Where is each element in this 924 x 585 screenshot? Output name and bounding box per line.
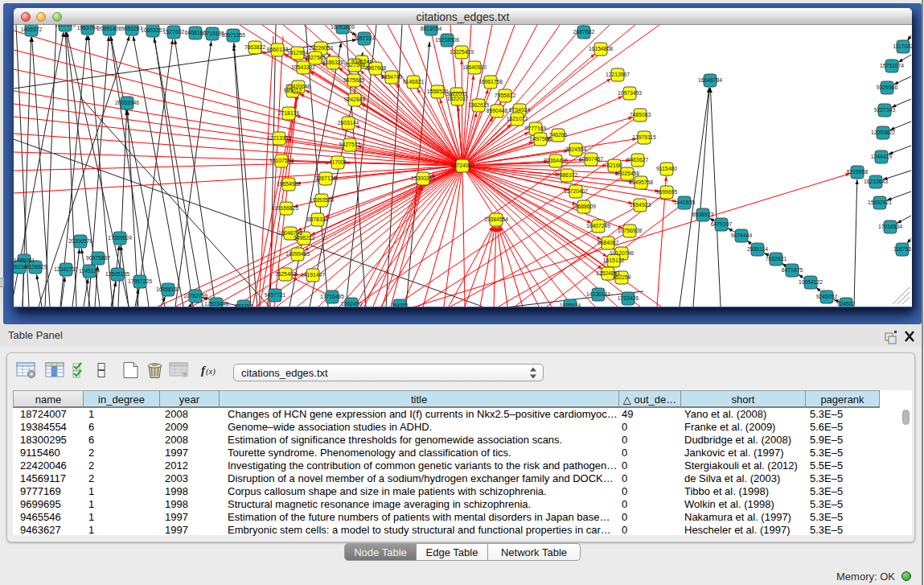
- svg-text:1322037: 1322037: [447, 96, 469, 101]
- svg-text:7986372: 7986372: [556, 172, 578, 178]
- svg-text:10688609: 10688609: [572, 204, 596, 209]
- svg-text:8990448: 8990448: [487, 108, 508, 113]
- svg-text:14191447: 14191447: [301, 272, 325, 278]
- svg-text:8813054: 8813054: [421, 26, 442, 31]
- svg-text:12923448: 12923448: [204, 301, 228, 307]
- svg-text:10671355: 10671355: [221, 32, 245, 38]
- svg-text:19166825: 19166825: [274, 205, 298, 211]
- svg-text:924502: 924502: [837, 301, 856, 307]
- svg-text:12505135: 12505135: [105, 271, 129, 277]
- svg-text:13716485: 13716485: [320, 294, 344, 299]
- svg-text:16961758: 16961758: [478, 79, 503, 84]
- svg-text:3824554: 3824554: [565, 146, 587, 152]
- svg-text:746266: 746266: [549, 132, 568, 138]
- svg-text:12213967: 12213967: [606, 72, 630, 77]
- svg-text:10654122: 10654122: [799, 279, 823, 285]
- svg-text:8215958: 8215958: [847, 169, 869, 175]
- svg-text:1145194: 1145194: [79, 268, 100, 274]
- svg-text:17359924: 17359924: [108, 235, 132, 241]
- svg-text:6734024: 6734024: [509, 107, 531, 113]
- svg-text:16648784: 16648784: [698, 77, 722, 83]
- svg-text:8471675: 8471675: [782, 267, 803, 273]
- svg-text:10653267: 10653267: [141, 27, 165, 33]
- svg-text:20206576: 20206576: [68, 238, 92, 244]
- svg-text:9146821: 9146821: [403, 79, 425, 84]
- svg-text:15692921: 15692921: [868, 200, 892, 205]
- svg-text:62160: 62160: [607, 163, 622, 168]
- svg-text:6497508: 6497508: [530, 136, 552, 142]
- svg-text:1527602: 1527602: [163, 29, 185, 35]
- svg-text:2687682: 2687682: [573, 29, 595, 35]
- svg-text:1117042: 1117042: [893, 43, 912, 49]
- svg-text:16210643: 16210643: [864, 179, 888, 184]
- svg-text:2718176: 2718176: [278, 110, 300, 116]
- svg-text:2967608: 2967608: [365, 65, 387, 71]
- svg-text:452254: 452254: [613, 274, 631, 280]
- svg-text:1092450: 1092450: [341, 301, 363, 307]
- svg-text:10756928: 10756928: [618, 228, 642, 233]
- svg-text:90975887: 90975887: [86, 255, 110, 261]
- svg-text:7663822: 7663822: [244, 44, 266, 50]
- svg-text:22420046: 22420046: [286, 84, 310, 89]
- svg-text:1963704: 1963704: [77, 25, 99, 31]
- svg-text:1654923: 1654923: [630, 202, 651, 208]
- svg-text:13325419: 13325419: [450, 49, 474, 55]
- svg-text:1558520: 1558520: [427, 89, 449, 94]
- svg-text:1362615: 1362615: [468, 102, 490, 108]
- svg-text:16107553: 16107553: [269, 158, 294, 163]
- svg-text:10120746: 10120746: [610, 250, 634, 256]
- svg-text:10782759: 10782759: [183, 293, 207, 299]
- svg-text:7632621: 7632621: [766, 256, 787, 262]
- svg-text:13975115: 13975115: [632, 134, 656, 140]
- svg-text:8660123: 8660123: [267, 47, 289, 52]
- svg-text:3875685: 3875685: [343, 77, 365, 83]
- svg-text:116753: 116753: [893, 246, 911, 252]
- svg-text:9245052: 9245052: [816, 294, 838, 299]
- svg-text:16154808: 16154808: [589, 46, 613, 51]
- svg-text:417006: 417006: [329, 159, 347, 165]
- svg-text:8454749: 8454749: [381, 74, 403, 80]
- svg-text:1733426: 1733426: [618, 295, 639, 301]
- svg-text:1440935: 1440935: [674, 200, 696, 205]
- svg-text:18724007: 18724007: [450, 163, 474, 168]
- svg-text:9653267: 9653267: [121, 26, 143, 31]
- svg-text:9474444: 9474444: [731, 233, 753, 238]
- svg-text:764201: 764201: [391, 303, 409, 307]
- svg-text:9684067: 9684067: [598, 240, 619, 245]
- svg-text:14136141: 14136141: [586, 291, 610, 297]
- svg-text:12342737: 12342737: [54, 266, 78, 272]
- svg-text:16958187: 16958187: [156, 286, 180, 292]
- svg-text:9115460: 9115460: [656, 166, 677, 171]
- svg-text:8186328: 8186328: [322, 60, 344, 65]
- svg-text:9463627: 9463627: [627, 157, 649, 163]
- svg-text:19353584: 19353584: [310, 197, 334, 203]
- svg-text:15300295: 15300295: [411, 175, 435, 181]
- svg-text:10973493: 10973493: [618, 90, 642, 96]
- svg-text:12093822: 12093822: [871, 130, 895, 135]
- svg-text:(x): (x): [206, 367, 216, 377]
- svg-text:20053346: 20053346: [115, 100, 139, 105]
- svg-text:14099483: 14099483: [285, 251, 310, 257]
- svg-text:1621072: 1621072: [507, 116, 528, 122]
- svg-text:10543382: 10543382: [291, 64, 315, 70]
- svg-text:9777169: 9777169: [525, 126, 547, 131]
- svg-text:9457721: 9457721: [265, 292, 286, 298]
- svg-text:20364436: 20364436: [544, 158, 568, 163]
- svg-text:16053809: 16053809: [331, 25, 355, 30]
- svg-text:11156829: 11156829: [23, 264, 47, 270]
- svg-text:2603144: 2603144: [338, 120, 359, 126]
- svg-text:7485063: 7485063: [630, 112, 651, 117]
- svg-text:10807487: 10807487: [579, 156, 603, 162]
- svg-text:9427512: 9427512: [339, 142, 361, 147]
- svg-text:1615132: 1615132: [603, 257, 625, 263]
- svg-text:12213363: 12213363: [267, 135, 291, 141]
- svg-text:2935114: 2935114: [747, 246, 768, 252]
- svg-text:9699695: 9699695: [656, 189, 678, 195]
- svg-text:20691406: 20691406: [97, 26, 121, 31]
- svg-text:7625402: 7625402: [275, 271, 297, 277]
- svg-text:17016534: 17016534: [878, 224, 902, 229]
- svg-text:18640910: 18640910: [462, 64, 487, 70]
- svg-text:10025458: 10025458: [615, 171, 639, 176]
- svg-text:1485061: 1485061: [14, 257, 35, 263]
- svg-text:7357224: 7357224: [354, 35, 376, 41]
